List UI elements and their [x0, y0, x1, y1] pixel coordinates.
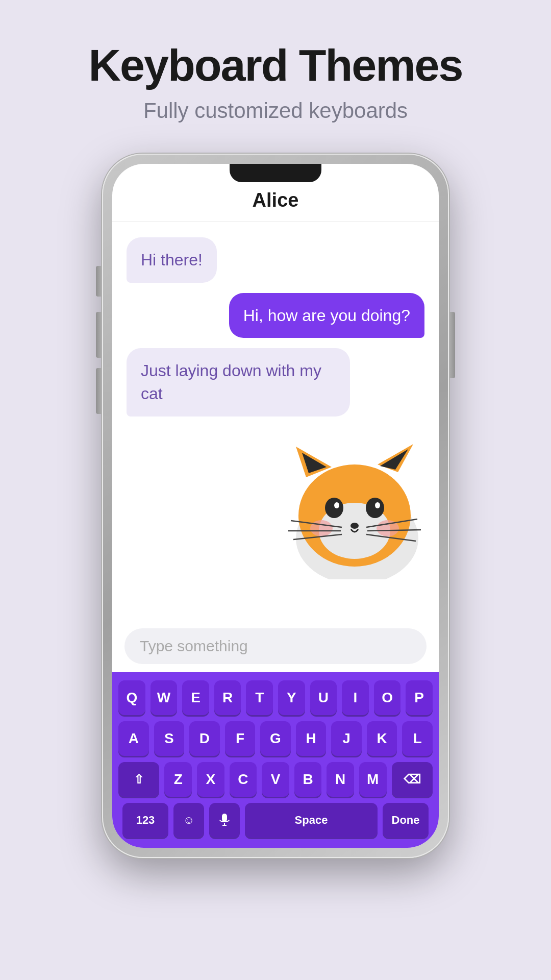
svg-rect-20	[222, 814, 227, 822]
svg-point-7	[310, 520, 333, 536]
key-space[interactable]: Space	[245, 803, 378, 838]
message-bubble-1: Hi there!	[127, 237, 217, 283]
key-g[interactable]: G	[260, 721, 291, 756]
key-done[interactable]: Done	[383, 803, 429, 838]
message-text-1: Hi there!	[141, 251, 203, 269]
message-bubble-2: Hi, how are you doing?	[229, 293, 424, 338]
keyboard-row-3: ⇧ Z X C V B N M ⌫	[118, 762, 433, 797]
key-h[interactable]: H	[296, 721, 327, 756]
key-t[interactable]: T	[246, 680, 273, 715]
key-a[interactable]: A	[118, 721, 149, 756]
svg-point-10	[366, 498, 384, 518]
keyboard: Q W E R T Y U I O P A S D F G H J K	[112, 672, 439, 848]
key-s[interactable]: S	[154, 721, 185, 756]
key-u[interactable]: U	[310, 680, 337, 715]
key-f[interactable]: F	[225, 721, 256, 756]
key-k[interactable]: K	[367, 721, 397, 756]
keyboard-row-2: A S D F G H J K L	[118, 721, 433, 756]
phone-notch	[230, 164, 321, 182]
svg-point-9	[325, 498, 343, 518]
message-bubble-3: Just laying down with my cat	[127, 348, 350, 416]
keyboard-row-bottom: 123 ☺ Space Done	[118, 803, 433, 838]
phone-screen: Alice Hi there! Hi, how are you doing? J…	[112, 164, 439, 848]
key-p[interactable]: P	[406, 680, 433, 715]
page-title: Keyboard Themes	[89, 41, 463, 90]
key-b[interactable]: B	[294, 762, 322, 797]
key-i[interactable]: I	[342, 680, 369, 715]
page-subtitle: Fully customized keyboards	[89, 99, 463, 123]
message-text-2: Hi, how are you doing?	[243, 306, 410, 325]
key-mic[interactable]	[209, 803, 240, 838]
message-text-3: Just laying down with my cat	[141, 361, 321, 403]
key-l[interactable]: L	[402, 721, 433, 756]
contact-name: Alice	[112, 189, 439, 211]
input-placeholder: Type something	[140, 638, 248, 654]
key-z[interactable]: Z	[164, 762, 192, 797]
key-backspace[interactable]: ⌫	[392, 762, 433, 797]
key-y[interactable]: Y	[278, 680, 305, 715]
key-shift[interactable]: ⇧	[118, 762, 159, 797]
key-j[interactable]: J	[331, 721, 362, 756]
chat-input-area: Type something	[112, 620, 439, 672]
key-numbers[interactable]: 123	[122, 803, 168, 838]
svg-point-12	[375, 502, 380, 508]
key-c[interactable]: C	[230, 762, 257, 797]
phone-mockup: Alice Hi there! Hi, how are you doing? J…	[102, 154, 449, 858]
chat-input-box[interactable]: Type something	[124, 628, 427, 664]
keyboard-row-1: Q W E R T Y U I O P	[118, 680, 433, 715]
key-d[interactable]: D	[189, 721, 220, 756]
key-q[interactable]: Q	[118, 680, 145, 715]
cat-illustration	[276, 436, 429, 579]
page-header: Keyboard Themes Fully customized keyboar…	[89, 41, 463, 123]
key-e[interactable]: E	[182, 680, 209, 715]
svg-point-11	[334, 502, 339, 508]
chat-messages: Hi there! Hi, how are you doing? Just la…	[112, 222, 439, 620]
key-m[interactable]: M	[359, 762, 387, 797]
key-x[interactable]: X	[197, 762, 224, 797]
side-button-mute	[96, 266, 102, 297]
side-button-power	[449, 312, 455, 378]
key-v[interactable]: V	[262, 762, 289, 797]
side-button-vol-down	[96, 368, 102, 414]
key-n[interactable]: N	[327, 762, 354, 797]
key-emoji[interactable]: ☺	[173, 803, 204, 838]
svg-point-13	[350, 523, 359, 529]
key-r[interactable]: R	[214, 680, 241, 715]
side-button-vol-up	[96, 312, 102, 358]
key-o[interactable]: O	[374, 680, 401, 715]
key-w[interactable]: W	[151, 680, 178, 715]
